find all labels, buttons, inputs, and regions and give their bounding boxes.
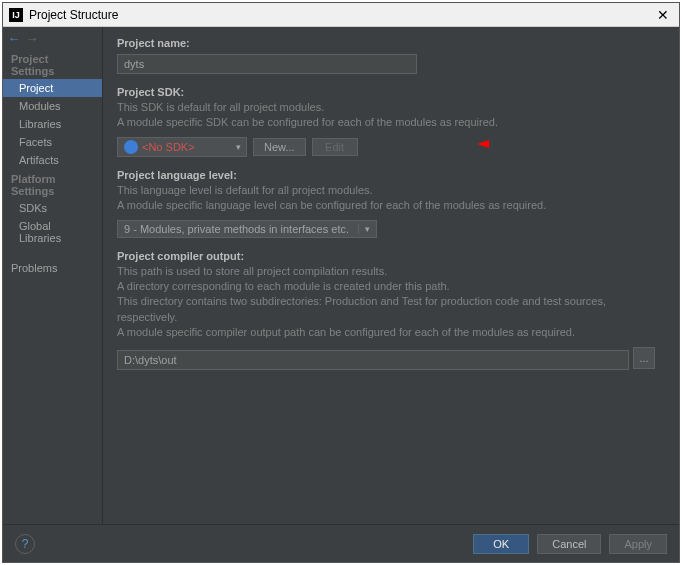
ok-button[interactable]: OK	[473, 534, 529, 554]
language-level-value: 9 - Modules, private methods in interfac…	[124, 223, 349, 235]
language-level-desc1: This language level is default for all p…	[117, 183, 665, 198]
compiler-output-desc4: A module specific compiler output path c…	[117, 325, 665, 340]
sidebar-item-facets[interactable]: Facets	[3, 133, 102, 151]
language-level-label: Project language level:	[117, 169, 665, 181]
sidebar-item-artifacts[interactable]: Artifacts	[3, 151, 102, 169]
project-sdk-section: Project SDK: This SDK is default for all…	[117, 86, 665, 157]
compiler-output-row: ...	[117, 347, 665, 370]
sidebar-item-project[interactable]: Project	[3, 79, 102, 97]
compiler-output-desc3: This directory contains two subdirectori…	[117, 294, 665, 325]
compiler-output-section: Project compiler output: This path is us…	[117, 250, 665, 370]
chevron-down-icon: ▾	[358, 224, 370, 234]
project-name-input[interactable]	[117, 54, 417, 74]
language-level-select[interactable]: 9 - Modules, private methods in interfac…	[117, 220, 377, 238]
project-name-section: Project name:	[117, 37, 665, 74]
project-sdk-label: Project SDK:	[117, 86, 665, 98]
section-platform-settings: Platform Settings	[3, 169, 102, 199]
titlebar: IJ Project Structure ✕	[3, 3, 679, 27]
compiler-output-input[interactable]	[117, 350, 629, 370]
sdk-row: <No SDK> New... Edit	[117, 137, 665, 157]
compiler-output-desc2: A directory corresponding to each module…	[117, 279, 665, 294]
cancel-button[interactable]: Cancel	[537, 534, 601, 554]
project-structure-dialog: IJ Project Structure ✕ ← → Project Setti…	[2, 2, 680, 563]
new-sdk-button[interactable]: New...	[253, 138, 306, 156]
project-sdk-desc2: A module specific SDK can be configured …	[117, 115, 665, 130]
edit-sdk-button[interactable]: Edit	[312, 138, 358, 156]
project-sdk-desc1: This SDK is default for all project modu…	[117, 100, 665, 115]
apply-button[interactable]: Apply	[609, 534, 667, 554]
close-icon[interactable]: ✕	[653, 7, 673, 23]
sidebar-item-global-libraries[interactable]: Global Libraries	[3, 217, 102, 247]
svg-marker-1	[477, 140, 489, 148]
sidebar-item-problems[interactable]: Problems	[3, 259, 102, 277]
content-panel: Project name: Project SDK: This SDK is d…	[103, 27, 679, 524]
sidebar-item-modules[interactable]: Modules	[3, 97, 102, 115]
compiler-output-label: Project compiler output:	[117, 250, 665, 262]
project-name-label: Project name:	[117, 37, 665, 49]
help-icon[interactable]: ?	[15, 534, 35, 554]
sdk-select[interactable]: <No SDK>	[117, 137, 247, 157]
window-title: Project Structure	[29, 8, 653, 22]
section-project-settings: Project Settings	[3, 49, 102, 79]
app-icon: IJ	[9, 8, 23, 22]
sdk-icon	[124, 140, 138, 154]
annotation-arrow	[477, 140, 547, 148]
forward-icon[interactable]: →	[25, 31, 39, 45]
compiler-output-desc1: This path is used to store all project c…	[117, 264, 665, 279]
main-area: ← → Project Settings Project Modules Lib…	[3, 27, 679, 524]
sidebar: ← → Project Settings Project Modules Lib…	[3, 27, 103, 524]
back-icon[interactable]: ←	[7, 31, 21, 45]
browse-button[interactable]: ...	[633, 347, 655, 369]
dialog-footer: ? OK Cancel Apply	[3, 524, 679, 562]
language-level-desc2: A module specific language level can be …	[117, 198, 665, 213]
sidebar-toolbar: ← →	[3, 27, 102, 49]
sidebar-item-libraries[interactable]: Libraries	[3, 115, 102, 133]
sdk-select-value: <No SDK>	[142, 141, 195, 153]
language-level-section: Project language level: This language le…	[117, 169, 665, 238]
sidebar-item-sdks[interactable]: SDKs	[3, 199, 102, 217]
